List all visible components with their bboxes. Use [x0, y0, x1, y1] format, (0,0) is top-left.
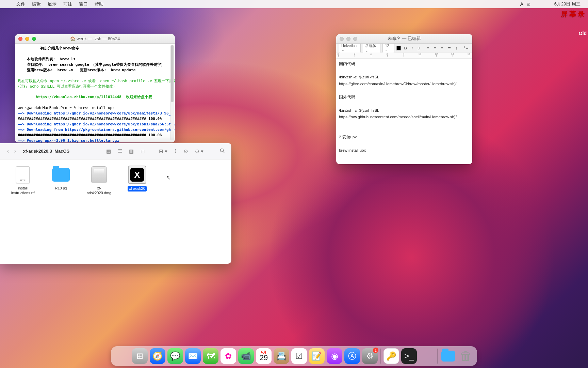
dock-sysprefs[interactable]: ⚙1 — [362, 348, 378, 364]
dock-notes[interactable]: 📝 — [309, 348, 325, 364]
view-icon-grid[interactable]: ▦ — [104, 148, 113, 154]
dock-podcasts[interactable]: ◉ — [327, 348, 342, 364]
underline-button[interactable]: U — [416, 46, 422, 50]
input-method-icon[interactable]: A — [517, 0, 524, 8]
terminal-window: 🏠 week — -zsh — 80×24 初步介绍几个brew命令 本地软件库… — [15, 34, 175, 142]
sysprefs-badge: 1 — [373, 348, 378, 353]
menu-view[interactable]: 显示 — [44, 0, 60, 8]
tags-icon[interactable]: ⊘ — [182, 148, 190, 154]
terminal-output[interactable]: 初步介绍几个brew命令 本地软件库列表: brew ls 查找软件: brew… — [15, 44, 175, 142]
folder-r18k[interactable]: R18 [k] — [47, 166, 75, 191]
textedit-title: 未命名 — 已编辑 — [336, 36, 472, 42]
finder-title: xf-adsk2020.3_MacOS — [23, 149, 70, 154]
finder-content[interactable]: install Instructions.rtf R18 [k] xf-adsk… — [0, 159, 231, 202]
old-overlay-label: Old — [579, 31, 587, 36]
dock-launchpad[interactable]: ⊞ — [132, 348, 148, 364]
dock-separator — [380, 349, 381, 364]
menu-go[interactable]: 前往 — [60, 0, 76, 8]
menubar: 文件 编辑 显示 前往 窗口 帮助 A ⎚ 6月29日 周三 — [0, 0, 588, 8]
menu-file[interactable]: 文件 — [13, 0, 29, 8]
view-icon-gallery[interactable]: ◻ — [138, 148, 147, 154]
nav-forward-icon[interactable]: › — [12, 148, 18, 154]
dock-mail[interactable]: ✉️ — [185, 348, 201, 364]
menu-window[interactable]: 窗口 — [76, 0, 91, 8]
control-center-icon[interactable]: ⎚ — [524, 0, 530, 8]
bold-button[interactable]: B — [403, 46, 408, 50]
svg-point-5 — [220, 149, 224, 152]
dock-calendar[interactable]: 6月29 — [256, 348, 272, 364]
list-style-icon[interactable]: ⋮≡ — [461, 46, 470, 50]
dmg-icon — [91, 166, 107, 183]
view-icon-list[interactable]: ☰ — [116, 148, 124, 154]
dock-appstore[interactable]: Ⓐ — [344, 348, 360, 364]
terminal-scrollbar[interactable] — [170, 45, 174, 140]
search-icon[interactable] — [218, 148, 227, 154]
menu-help[interactable]: 帮助 — [91, 0, 107, 8]
group-by-icon[interactable]: ⊞ ▾ — [157, 148, 169, 154]
terminal-proxy-icon: 🏠 — [70, 36, 77, 41]
terminal-titlebar[interactable]: 🏠 week — -zsh — 80×24 — [15, 34, 175, 44]
dock-downloads-folder[interactable] — [440, 348, 456, 364]
format-toolbar: Helvetica ⌄ 常规体 ⌄ 12 ⌄ B I U ≡ ≡ ≡ ≣ ↕ ⋮… — [336, 44, 472, 52]
finder-toolbar: ‹ › xf-adsk2020.3_MacOS ▦ ☰ ▥ ◻ ⊞ ▾ ⤴ ⊘ … — [0, 143, 231, 159]
align-justify-icon[interactable]: ≣ — [446, 46, 452, 50]
apple-menu[interactable] — [6, 0, 13, 8]
dock-contacts[interactable]: 📇 — [274, 348, 289, 364]
menubar-date[interactable]: 6月29日 周三 — [551, 0, 584, 8]
file-xf-adsk20-app[interactable]: X xf-adsk20 — [123, 166, 151, 191]
ruler[interactable]: 0246810121416 — [336, 52, 472, 59]
text-color-swatch[interactable] — [396, 46, 401, 50]
dock-separator-2 — [437, 349, 438, 364]
font-family-select[interactable]: Helvetica ⌄ — [339, 43, 361, 53]
dock-messages[interactable]: 💬 — [167, 348, 183, 364]
dock-facetime[interactable]: 📹 — [238, 348, 254, 364]
dock: ☻ ⊞ 🧭 💬 ✉️ 🗺 ✿ 📹 6月29 📇 ☑ 📝 ◉ Ⓐ ⚙1 🔑 >_ … — [111, 346, 477, 366]
align-left-icon[interactable]: ≡ — [426, 46, 430, 50]
folder-icon — [52, 168, 70, 182]
font-size-select[interactable]: 12 ⌄ — [382, 43, 394, 53]
dock-safari[interactable]: 🧭 — [150, 348, 165, 364]
battery-icon[interactable] — [544, 0, 551, 8]
dock-terminal[interactable]: >_ — [401, 348, 417, 364]
wifi-icon[interactable] — [530, 0, 537, 8]
terminal-title: 🏠 week — -zsh — 80×24 — [15, 36, 175, 41]
menu-edit[interactable]: 编辑 — [29, 0, 44, 8]
align-center-icon[interactable]: ≡ — [432, 46, 437, 50]
file-dmg[interactable]: xf-adsk2020.dmg — [85, 166, 113, 196]
rtf-icon — [16, 166, 30, 183]
textedit-document[interactable]: 国内代码 /bin/zsh -c "$(curl -fsSL https://g… — [336, 59, 472, 164]
dock-maps[interactable]: 🗺 — [203, 348, 218, 364]
dock-trash[interactable]: 🗑 — [458, 348, 474, 364]
finder-window: ‹ › xf-adsk2020.3_MacOS ▦ ☰ ▥ ◻ ⊞ ▾ ⤴ ⊘ … — [0, 143, 231, 264]
line-spacing-icon[interactable]: ↕ — [454, 46, 459, 50]
nav-back-icon[interactable]: ‹ — [5, 148, 11, 154]
svg-line-6 — [223, 152, 225, 153]
share-icon[interactable]: ⤴ — [172, 148, 179, 154]
font-style-select[interactable]: 常规体 ⌄ — [363, 43, 381, 53]
file-install-instructions[interactable]: install Instructions.rtf — [9, 166, 37, 196]
align-right-icon[interactable]: ≡ — [440, 46, 444, 50]
dock-photos[interactable]: ✿ — [220, 348, 236, 364]
textedit-window: 未命名 — 已编辑 Helvetica ⌄ 常规体 ⌄ 12 ⌄ B I U ≡… — [336, 34, 472, 164]
spotlight-icon[interactable] — [537, 0, 544, 8]
app-icon: X — [128, 166, 146, 184]
dock-keychain[interactable]: 🔑 — [383, 348, 399, 364]
screen-recording-overlay: 屏 幕 录 — [561, 10, 585, 19]
view-icon-column[interactable]: ▥ — [127, 148, 136, 154]
cursor-arrow-icon: ↖ — [166, 174, 170, 181]
textedit-titlebar[interactable]: 未命名 — 已编辑 — [336, 34, 472, 44]
dock-reminders[interactable]: ☑ — [291, 348, 307, 364]
actions-icon[interactable]: ⊙ ▾ — [193, 148, 206, 154]
italic-button[interactable]: I — [410, 46, 414, 50]
